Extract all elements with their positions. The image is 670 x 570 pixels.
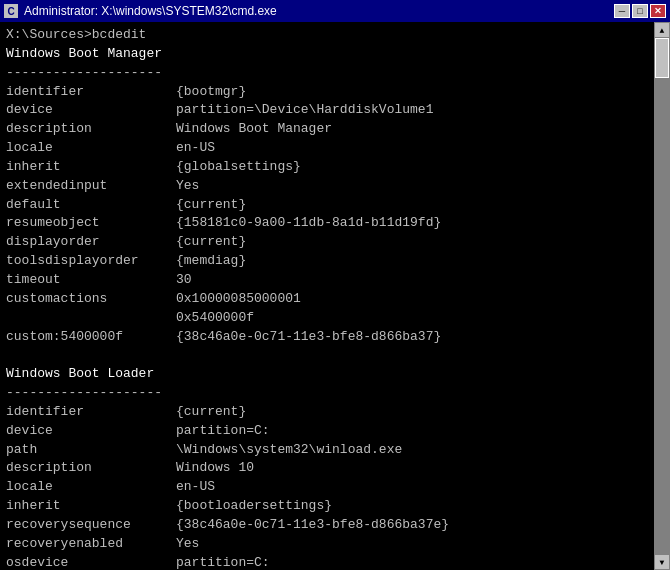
val-displayorder: {current} [176, 233, 246, 252]
section-boot-loader-title: Windows Boot Loader [6, 365, 648, 384]
key-locale-bl: locale [6, 478, 176, 497]
minimize-button[interactable]: ─ [614, 4, 630, 18]
val-custom5400000f: {38c46a0e-0c71-11e3-bfe8-d866ba37} [176, 328, 441, 347]
val-toolsdisplayorder: {memdiag} [176, 252, 246, 271]
table-row: toolsdisplayorder {memdiag} [6, 252, 648, 271]
section-boot-loader-divider: -------------------- [6, 384, 648, 403]
val-customactions2: 0x5400000f [176, 309, 254, 328]
val-identifier-bm: {bootmgr} [176, 83, 246, 102]
val-description-bl: Windows 10 [176, 459, 254, 478]
val-recoveryenabled: Yes [176, 535, 199, 554]
table-row: locale en-US [6, 139, 648, 158]
close-button[interactable]: ✕ [650, 4, 666, 18]
val-extendedinput: Yes [176, 177, 199, 196]
table-row: inherit {bootloadersettings} [6, 497, 648, 516]
val-locale-bm: en-US [176, 139, 215, 158]
key-recoverysequence: recoverysequence [6, 516, 176, 535]
table-row: recoverysequence {38c46a0e-0c71-11e3-bfe… [6, 516, 648, 535]
val-path: \Windows\system32\winload.exe [176, 441, 402, 460]
val-inherit-bl: {bootloadersettings} [176, 497, 332, 516]
scrollbar-track[interactable] [654, 38, 670, 554]
val-osdevice: partition=C: [176, 554, 270, 570]
table-row: description Windows Boot Manager [6, 120, 648, 139]
table-row: osdevice partition=C: [6, 554, 648, 570]
table-row: displayorder {current} [6, 233, 648, 252]
key-description-bm: description [6, 120, 176, 139]
key-resumeobject-bm: resumeobject [6, 214, 176, 233]
key-path: path [6, 441, 176, 460]
table-row: timeout 30 [6, 271, 648, 290]
section-boot-manager-divider: -------------------- [6, 64, 648, 83]
key-empty [6, 309, 176, 328]
key-inherit-bl: inherit [6, 497, 176, 516]
table-row: identifier {current} [6, 403, 648, 422]
key-description-bl: description [6, 459, 176, 478]
val-recoverysequence: {38c46a0e-0c71-11e3-bfe8-d866ba37e} [176, 516, 449, 535]
val-customactions: 0x10000085000001 [176, 290, 301, 309]
key-inherit-bm: inherit [6, 158, 176, 177]
val-device-bm: partition=\Device\HarddiskVolume1 [176, 101, 433, 120]
table-row: default {current} [6, 196, 648, 215]
table-row: resumeobject {158181c0-9a00-11db-8a1d-b1… [6, 214, 648, 233]
key-osdevice: osdevice [6, 554, 176, 570]
maximize-button[interactable]: □ [632, 4, 648, 18]
blank-line-1 [6, 346, 648, 365]
val-default: {current} [176, 196, 246, 215]
key-timeout: timeout [6, 271, 176, 290]
val-timeout: 30 [176, 271, 192, 290]
key-customactions: customactions [6, 290, 176, 309]
prompt-line: X:\Sources>bcdedit [6, 26, 648, 45]
key-extendedinput: extendedinput [6, 177, 176, 196]
key-locale-bm: locale [6, 139, 176, 158]
table-row: inherit {globalsettings} [6, 158, 648, 177]
terminal[interactable]: X:\Sources>bcdedit Windows Boot Manager … [0, 22, 654, 570]
key-default: default [6, 196, 176, 215]
val-description-bm: Windows Boot Manager [176, 120, 332, 139]
key-device-bl: device [6, 422, 176, 441]
window-title: Administrator: X:\windows\SYSTEM32\cmd.e… [24, 4, 277, 18]
key-identifier-bm: identifier [6, 83, 176, 102]
scrollbar-thumb[interactable] [655, 38, 669, 78]
section-boot-manager-title: Windows Boot Manager [6, 45, 648, 64]
key-custom5400000f: custom:5400000f [6, 328, 176, 347]
scrollbar[interactable]: ▲ ▼ [654, 22, 670, 570]
table-row: locale en-US [6, 478, 648, 497]
scroll-down-button[interactable]: ▼ [654, 554, 670, 570]
key-toolsdisplayorder: toolsdisplayorder [6, 252, 176, 271]
val-locale-bl: en-US [176, 478, 215, 497]
val-inherit-bm: {globalsettings} [176, 158, 301, 177]
val-identifier-bl: {current} [176, 403, 246, 422]
scroll-up-button[interactable]: ▲ [654, 22, 670, 38]
table-row: identifier {bootmgr} [6, 83, 648, 102]
titlebar: C Administrator: X:\windows\SYSTEM32\cmd… [0, 0, 670, 22]
key-device-bm: device [6, 101, 176, 120]
table-row: device partition=C: [6, 422, 648, 441]
key-recoveryenabled: recoveryenabled [6, 535, 176, 554]
key-displayorder: displayorder [6, 233, 176, 252]
titlebar-buttons: ─ □ ✕ [614, 4, 666, 18]
key-identifier-bl: identifier [6, 403, 176, 422]
window-body: X:\Sources>bcdedit Windows Boot Manager … [0, 22, 670, 570]
table-row: 0x5400000f [6, 309, 648, 328]
table-row: recoveryenabled Yes [6, 535, 648, 554]
table-row: extendedinput Yes [6, 177, 648, 196]
titlebar-left: C Administrator: X:\windows\SYSTEM32\cmd… [4, 4, 277, 18]
val-device-bl: partition=C: [176, 422, 270, 441]
table-row: device partition=\Device\HarddiskVolume1 [6, 101, 648, 120]
table-row: path \Windows\system32\winload.exe [6, 441, 648, 460]
table-row: custom:5400000f {38c46a0e-0c71-11e3-bfe8… [6, 328, 648, 347]
val-resumeobject-bm: {158181c0-9a00-11db-8a1d-b11d19fd} [176, 214, 441, 233]
table-row: customactions 0x10000085000001 [6, 290, 648, 309]
cmd-icon: C [4, 4, 18, 18]
table-row: description Windows 10 [6, 459, 648, 478]
